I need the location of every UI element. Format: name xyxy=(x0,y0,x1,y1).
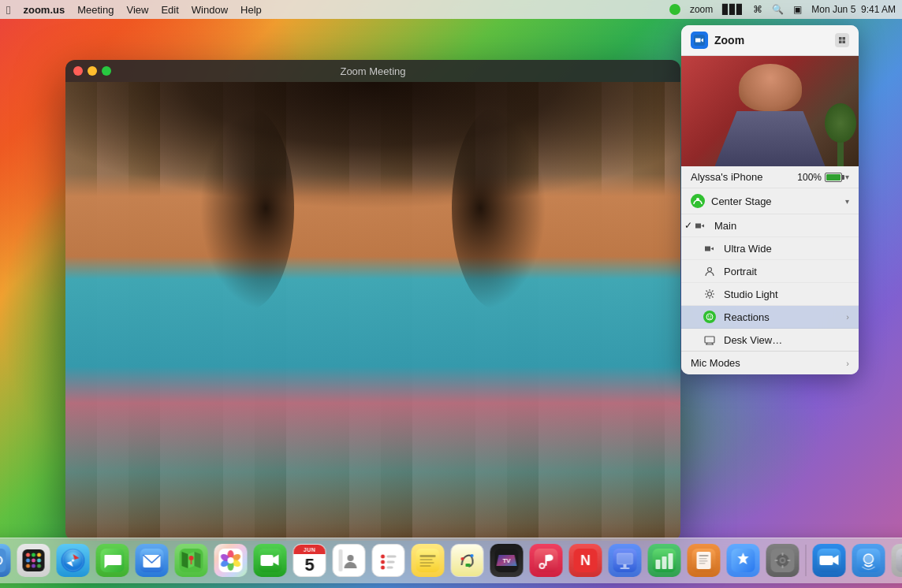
window-title: Zoom Meeting xyxy=(340,65,405,77)
svg-line-13 xyxy=(712,296,714,298)
menu-item-studio-light[interactable]: Studio Light xyxy=(681,283,859,306)
svg-line-12 xyxy=(706,291,708,292)
fullscreen-button[interactable] xyxy=(102,66,111,76)
dock-item-sysext[interactable] xyxy=(851,542,887,579)
menubar-wifi-icon[interactable]: ⌘ xyxy=(753,4,762,15)
svg-point-6 xyxy=(708,268,712,272)
keynote-icon xyxy=(609,544,642,577)
dock-item-maps[interactable] xyxy=(173,542,210,579)
panel-header: Zoom xyxy=(681,25,859,56)
menubar-left:  zoom.us Meeting View Edit Window Help xyxy=(6,3,262,17)
zoom-titlebar: Zoom Meeting xyxy=(65,60,680,82)
svg-rect-4 xyxy=(843,41,846,44)
svg-rect-108 xyxy=(788,560,791,561)
panel-app-name: Zoom xyxy=(714,34,744,47)
menu-item-portrait[interactable]: Portrait xyxy=(681,260,859,283)
dock-item-safari[interactable] xyxy=(55,542,91,579)
freeform-icon xyxy=(451,544,484,577)
close-button[interactable] xyxy=(73,66,83,76)
dock-item-mail[interactable] xyxy=(134,542,170,579)
dock-item-facetime[interactable] xyxy=(252,542,289,579)
dock-item-zoom[interactable] xyxy=(811,542,848,579)
svg-rect-2 xyxy=(843,37,846,40)
menu-item-reactions[interactable]: Reactions › xyxy=(681,306,859,329)
svg-point-62 xyxy=(348,555,354,561)
svg-rect-106 xyxy=(782,565,784,568)
dock-item-notes[interactable] xyxy=(410,542,446,579)
panel-expand-button[interactable] xyxy=(835,33,849,47)
device-name: Alyssa's iPhone xyxy=(691,171,762,183)
zoom-menu-indicator[interactable] xyxy=(669,4,680,15)
dock-item-trash[interactable] xyxy=(890,542,903,579)
dock-item-music[interactable] xyxy=(528,542,565,579)
main-label: Main xyxy=(714,220,849,232)
menubar-view[interactable]: View xyxy=(126,4,148,16)
svg-point-7 xyxy=(708,292,712,296)
pages-icon xyxy=(688,544,721,577)
svg-rect-65 xyxy=(387,556,397,558)
dock-item-tv[interactable]: TV xyxy=(489,542,525,579)
menubar-control-center-icon[interactable]: ▣ xyxy=(793,4,802,15)
apple-menu[interactable]:  xyxy=(6,3,10,17)
center-stage-label: Center Stage xyxy=(711,195,772,207)
menu-item-main[interactable]: ✓ Main xyxy=(681,214,859,237)
center-stage-row[interactable]: Center Stage ▾ xyxy=(681,188,859,214)
notes-icon xyxy=(412,544,445,577)
tv-icon: TV xyxy=(490,544,524,577)
dock-item-reminders[interactable] xyxy=(371,542,407,579)
menu-item-desk-view[interactable]: Desk View… xyxy=(681,329,859,352)
dock-item-calendar[interactable]: JUN 5 xyxy=(292,542,328,579)
trash-icon xyxy=(892,544,903,577)
svg-point-68 xyxy=(381,566,385,570)
menubar-edit[interactable]: Edit xyxy=(161,4,178,16)
mic-modes-row[interactable]: Mic Modes › xyxy=(681,352,859,374)
dock-item-finder[interactable] xyxy=(0,542,13,579)
main-camera-icon xyxy=(694,219,706,232)
menubar-help[interactable]: Help xyxy=(240,4,262,16)
device-chevron-icon[interactable]: ▾ xyxy=(845,173,849,181)
dock-item-news[interactable]: N xyxy=(568,542,604,579)
menubar:  zoom.us Meeting View Edit Window Help … xyxy=(0,0,902,19)
svg-rect-99 xyxy=(699,563,706,564)
dock-item-contacts[interactable] xyxy=(331,542,367,579)
hair-overlay xyxy=(65,82,680,240)
dock-item-photos[interactable] xyxy=(213,542,249,579)
dock-item-freeform[interactable] xyxy=(449,542,486,579)
reminders-icon xyxy=(372,544,405,577)
zoom-video-area xyxy=(65,82,680,541)
center-stage-chevron-icon[interactable]: ▾ xyxy=(845,197,849,206)
dock-item-numbers[interactable] xyxy=(647,542,683,579)
svg-rect-69 xyxy=(387,567,393,569)
dock-item-messages[interactable] xyxy=(95,542,131,579)
menu-item-ultra-wide[interactable]: Ultra Wide xyxy=(681,237,859,260)
svg-text:TV: TV xyxy=(502,557,511,564)
portrait-icon xyxy=(703,265,716,277)
dock-item-appstore[interactable] xyxy=(725,542,762,579)
menubar-search-icon[interactable]: 🔍 xyxy=(772,4,784,15)
menubar-window[interactable]: Window xyxy=(192,4,228,16)
menubar-app-name[interactable]: zoom.us xyxy=(23,4,65,16)
svg-line-15 xyxy=(706,296,708,298)
contacts-icon xyxy=(333,544,366,577)
dock-item-keynote[interactable] xyxy=(607,542,643,579)
menubar-meeting[interactable]: Meeting xyxy=(77,4,114,16)
center-stage-icon xyxy=(691,194,705,208)
portrait-label: Portrait xyxy=(724,266,849,277)
dock-item-system-prefs[interactable] xyxy=(765,542,801,579)
dock-item-launchpad[interactable] xyxy=(16,542,52,579)
minimize-button[interactable] xyxy=(88,66,97,76)
desk-view-label: Desk View… xyxy=(724,334,849,346)
studio-light-label: Studio Light xyxy=(724,288,849,300)
menubar-zoom-label[interactable]: zoom xyxy=(690,4,713,15)
svg-rect-87 xyxy=(617,553,633,564)
menubar-battery: ▊▊▊ xyxy=(722,4,744,15)
reactions-arrow-icon: › xyxy=(846,312,849,322)
svg-rect-92 xyxy=(662,556,667,569)
studio-light-icon xyxy=(703,288,716,300)
dock-item-pages[interactable] xyxy=(686,542,722,579)
mail-icon xyxy=(136,544,169,577)
svg-rect-98 xyxy=(699,560,708,562)
svg-point-49 xyxy=(189,556,194,560)
zoom-app-icon xyxy=(691,32,708,49)
numbers-icon xyxy=(648,544,681,577)
